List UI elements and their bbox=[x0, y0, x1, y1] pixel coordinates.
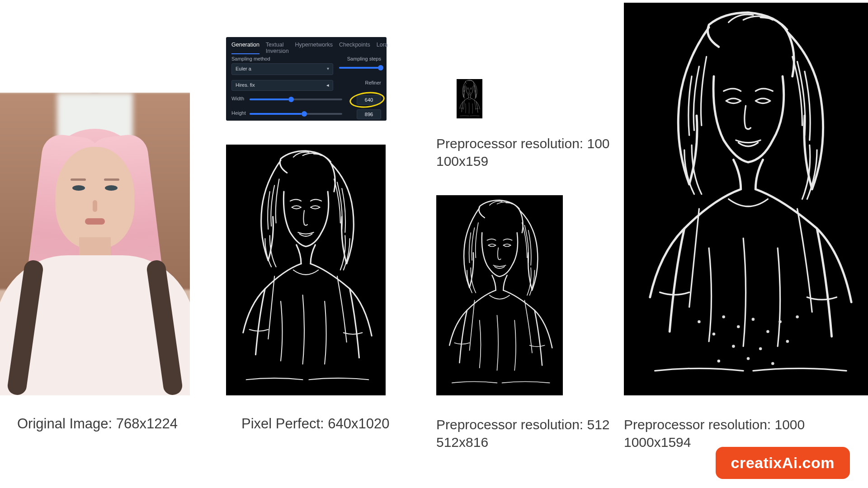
height-label: Height bbox=[231, 110, 246, 116]
hires-fix-accordion[interactable]: Hires. fix ◂ bbox=[231, 80, 333, 91]
width-value-input[interactable]: 640 bbox=[357, 95, 381, 105]
height-value-input[interactable]: 896 bbox=[357, 109, 381, 119]
preprocessor-100-image bbox=[457, 79, 482, 118]
settings-tabs: Generation Textual Inversion Hypernetwor… bbox=[226, 37, 387, 59]
sampling-method-label: Sampling method bbox=[231, 56, 270, 61]
preprocessor-1000-image bbox=[624, 3, 868, 395]
caption-line: Preprocessor resolution: 1000 bbox=[624, 417, 805, 432]
preprocessor-100-caption: Preprocessor resolution: 100 100x159 bbox=[436, 135, 610, 170]
caption-line: Preprocessor resolution: 512 bbox=[436, 417, 610, 432]
tab-hypernetworks[interactable]: Hypernetworks bbox=[295, 42, 333, 54]
original-photo bbox=[0, 93, 190, 395]
pixel-perfect-caption: Pixel Perfect: 640x1020 bbox=[241, 416, 389, 432]
tab-checkpoints[interactable]: Checkpoints bbox=[339, 42, 370, 54]
tab-textual-inversion[interactable]: Textual Inversion bbox=[266, 42, 289, 54]
brand-badge[interactable]: creatixAi.com bbox=[716, 447, 850, 479]
width-slider[interactable] bbox=[250, 99, 342, 100]
original-image-block bbox=[0, 93, 190, 395]
caption-line: 512x816 bbox=[436, 435, 488, 450]
sampling-steps-label: Sampling steps bbox=[347, 56, 381, 61]
sampling-method-dropdown[interactable]: Euler a bbox=[231, 63, 333, 75]
sampling-steps-slider[interactable] bbox=[339, 67, 381, 69]
preprocessor-512-image bbox=[436, 195, 563, 395]
preprocessor-1000-caption: Preprocessor resolution: 1000 1000x1594 bbox=[624, 416, 805, 451]
caption-line: Preprocessor resolution: 100 bbox=[436, 136, 610, 151]
chevron-left-icon: ◂ bbox=[326, 82, 329, 88]
refiner-label: Refiner bbox=[365, 80, 381, 85]
pixel-perfect-edge-image bbox=[226, 145, 386, 395]
height-slider[interactable] bbox=[250, 113, 342, 115]
generation-settings-panel: Generation Textual Inversion Hypernetwor… bbox=[226, 37, 387, 121]
preprocessor-512-caption: Preprocessor resolution: 512 512x816 bbox=[436, 416, 610, 451]
tab-lora[interactable]: Lora bbox=[377, 42, 388, 54]
width-label: Width bbox=[231, 96, 244, 101]
caption-line: 1000x1594 bbox=[624, 435, 691, 450]
hires-fix-label: Hires. fix bbox=[236, 82, 255, 88]
original-caption: Original Image: 768x1224 bbox=[17, 416, 178, 432]
caption-line: 100x159 bbox=[436, 154, 488, 169]
tab-generation[interactable]: Generation bbox=[231, 42, 259, 54]
